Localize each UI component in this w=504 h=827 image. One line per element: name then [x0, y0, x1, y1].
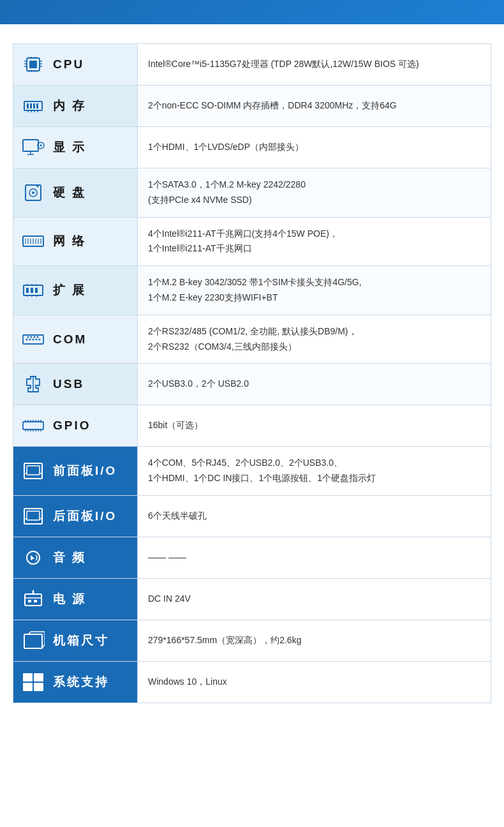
value-cell-usb: 2个USB3.0，2个 USB2.0 [138, 364, 491, 405]
label-text-cpu: CPU [53, 57, 84, 71]
gpio-icon [20, 414, 47, 437]
label-text-rear-io: 后面板I/O [53, 508, 117, 525]
label-cell-front-io: 前面板I/O [13, 447, 138, 496]
network-icon [20, 230, 47, 253]
label-cell-audio: 音 频 [13, 537, 138, 578]
svg-rect-45 [31, 288, 33, 293]
svg-point-55 [29, 338, 31, 340]
value-cell-com: 2个RS232/485 (COM1/2, 全功能, 默认接头DB9/M)，2个R… [138, 315, 491, 364]
svg-rect-104 [34, 683, 43, 691]
svg-point-60 [31, 336, 33, 338]
memory-icon [20, 94, 47, 117]
svg-rect-46 [35, 288, 38, 293]
label-cell-usb: USB [13, 364, 138, 405]
label-text-os: 系统支持 [53, 674, 109, 690]
value-cell-expand: 1个M.2 B-key 3042/3052 带1个SIM卡接头支持4G/5G,1… [138, 266, 491, 315]
label-cell-rear-io: 后面板I/O [13, 495, 138, 537]
label-text-usb: USB [53, 377, 84, 391]
label-text-audio: 音 频 [53, 549, 86, 566]
svg-point-58 [39, 338, 41, 340]
chassis-icon [20, 629, 47, 652]
svg-rect-103 [23, 683, 33, 691]
label-cell-os: 系统支持 [13, 661, 138, 703]
value-cell-memory: 2个non-ECC SO-DIMM 内存插槽，DDR4 3200MHz，支持64… [138, 86, 491, 127]
page-header [0, 0, 504, 24]
svg-point-59 [27, 336, 29, 338]
label-text-com: COM [53, 332, 87, 346]
page-wrapper: CPUIntel®Core™i5-1135G7处理器 (TDP 28W默认,12… [0, 0, 504, 722]
svg-rect-102 [34, 673, 43, 682]
svg-rect-92 [34, 600, 37, 602]
value-cell-power: DC IN 24V [138, 578, 491, 620]
svg-point-33 [32, 191, 34, 194]
svg-rect-17 [27, 103, 29, 108]
label-cell-network: 网 络 [13, 217, 138, 266]
svg-rect-64 [23, 422, 43, 429]
svg-rect-84 [27, 511, 40, 520]
svg-rect-44 [26, 288, 29, 293]
label-text-memory: 内 存 [53, 98, 86, 114]
panel-icon [20, 505, 47, 528]
svg-point-62 [37, 336, 39, 338]
svg-rect-1 [29, 61, 37, 68]
cpu-icon [20, 53, 47, 76]
value-cell-network: 4个Intel®i211-AT千兆网口(支持4个15W POE)，1个Intel… [138, 217, 491, 266]
svg-point-57 [36, 338, 38, 340]
label-cell-power: 电 源 [13, 578, 138, 620]
storage-icon [20, 181, 47, 204]
value-cell-rear-io: 6个天线半破孔 [138, 495, 491, 537]
svg-point-61 [34, 336, 36, 338]
svg-point-54 [26, 338, 28, 340]
value-cell-audio: —— —— [138, 537, 491, 578]
com-icon [20, 328, 47, 351]
svg-rect-25 [23, 140, 38, 151]
value-cell-storage: 1个SATA3.0，1个M.2 M-key 2242/2280(支持PCIe x… [138, 168, 491, 218]
svg-rect-91 [28, 600, 31, 602]
svg-rect-88 [25, 594, 41, 606]
label-text-front-io: 前面板I/O [53, 463, 117, 479]
value-cell-front-io: 4个COM、5个RJ45、2个USB2.0、2个USB3.0、1个HDMI、1个… [138, 447, 491, 496]
audio-icon [20, 546, 47, 569]
os-icon [20, 671, 47, 694]
label-text-expand: 扩 展 [53, 282, 86, 299]
expand-icon [20, 279, 47, 302]
value-cell-chassis: 279*166*57.5mm（宽深高），约2.6kg [138, 620, 491, 661]
label-text-display: 显 示 [53, 139, 86, 156]
content-area: CPUIntel®Core™i5-1135G7处理器 (TDP 28W默认,12… [0, 24, 504, 722]
label-text-chassis: 机箱尺寸 [53, 632, 109, 649]
svg-rect-20 [36, 103, 38, 108]
label-text-gpio: GPIO [53, 419, 91, 433]
label-cell-chassis: 机箱尺寸 [13, 620, 138, 661]
value-cell-display: 1个HDMI、1个LVDS/eDP（内部接头） [138, 127, 491, 168]
label-cell-com: COM [13, 315, 138, 364]
label-cell-cpu: CPU [13, 44, 138, 86]
label-cell-storage: 硬 盘 [13, 168, 138, 218]
label-cell-display: 显 示 [13, 127, 138, 168]
svg-rect-101 [23, 673, 33, 682]
panel-icon [20, 459, 47, 482]
label-cell-expand: 扩 展 [13, 266, 138, 315]
label-cell-memory: 内 存 [13, 86, 138, 127]
svg-rect-80 [27, 466, 40, 475]
spec-table: CPUIntel®Core™i5-1135G7处理器 (TDP 28W默认,12… [13, 43, 491, 703]
label-text-network: 网 络 [53, 233, 86, 250]
usb-icon [20, 373, 47, 396]
value-cell-gpio: 16bit（可选） [138, 405, 491, 447]
label-cell-gpio: GPIO [13, 405, 138, 447]
label-text-power: 电 源 [53, 591, 86, 607]
display-icon [20, 136, 47, 159]
label-text-storage: 硬 盘 [53, 184, 86, 201]
power-icon [20, 588, 47, 611]
value-cell-cpu: Intel®Core™i5-1135G7处理器 (TDP 28W默认,12W/1… [138, 44, 491, 86]
svg-rect-18 [30, 103, 32, 108]
svg-rect-19 [33, 103, 35, 108]
value-cell-os: Windows 10，Linux [138, 661, 491, 703]
svg-point-56 [33, 338, 34, 340]
